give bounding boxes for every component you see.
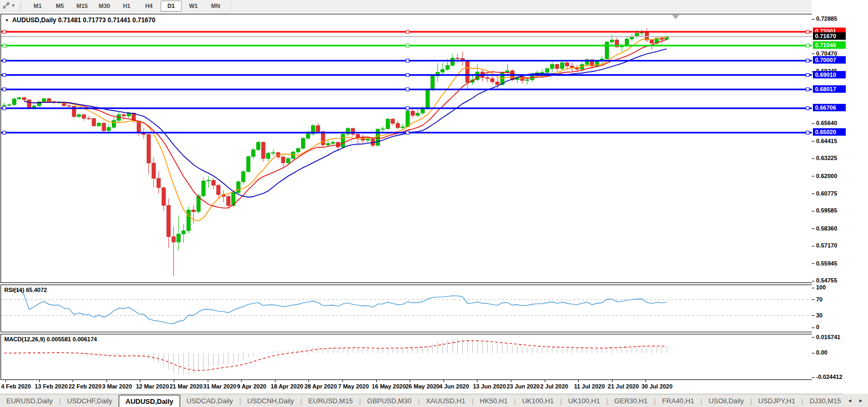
price-tick xyxy=(812,246,814,246)
line-handle[interactable] xyxy=(406,107,409,110)
tab-scroll-right-icon[interactable]: ► xyxy=(858,398,863,403)
chart-tab-eurusd-m15[interactable]: EURUSD,M15 xyxy=(302,394,359,407)
chart-tab-usdcnh-daily[interactable]: USDCNH,Daily xyxy=(241,394,300,407)
main-chart-panel: ▼ AUDUSD,Daily 0.71481 0.71773 0.71441 0… xyxy=(1,14,812,283)
line-handle[interactable] xyxy=(806,88,809,91)
timeframe-button-h4[interactable]: H4 xyxy=(138,1,160,12)
dropdown-caret-icon[interactable]: ▼ xyxy=(11,4,15,8)
timeframe-button-mn[interactable]: MN xyxy=(205,1,226,12)
chart-tab-gbpusd-m30[interactable]: GBPUSD,M30 xyxy=(361,394,418,407)
chart-tab-eurusd-daily[interactable]: EURUSD,Daily xyxy=(0,394,59,407)
line-handle[interactable] xyxy=(406,131,409,134)
chart-tab-usdcad-daily[interactable]: USDCAD,Daily xyxy=(180,394,239,407)
price-tick xyxy=(812,123,814,124)
chart-tab-usdchf-daily[interactable]: USDCHF,Daily xyxy=(61,394,119,407)
candle xyxy=(97,123,101,126)
macd-canvas[interactable] xyxy=(1,334,812,379)
line-handle[interactable] xyxy=(406,30,409,33)
candle xyxy=(92,119,96,126)
chart-tab-hk50-h1[interactable]: HK50,H1 xyxy=(473,394,514,407)
line-handle[interactable] xyxy=(3,74,6,77)
chart-tab-uk100-h1[interactable]: UK100,H1 xyxy=(516,394,560,407)
chart-tab-audusd-daily[interactable]: AUDUSD,Daily xyxy=(119,395,180,407)
price-tick-label: 0.59585 xyxy=(816,207,837,214)
candle xyxy=(236,182,240,192)
candle xyxy=(147,135,150,163)
line-handle[interactable] xyxy=(3,107,6,110)
candle xyxy=(227,197,231,206)
candle xyxy=(545,68,549,72)
timeframe-button-m30[interactable]: M30 xyxy=(94,1,115,12)
candle xyxy=(172,237,175,242)
line-handle[interactable] xyxy=(3,44,6,47)
timeframe-button-m1[interactable]: M1 xyxy=(27,1,48,12)
line-handle[interactable] xyxy=(806,59,809,62)
chart-tab-usoil-daily[interactable]: USOil,Daily xyxy=(702,394,750,407)
price-tick-label: 0.64415 xyxy=(816,138,837,144)
price-tick-label: 0.62000 xyxy=(816,173,837,179)
date-axis[interactable]: 4 Feb 202013 Feb 202022 Feb 20203 Mar 20… xyxy=(1,380,812,393)
line-handle[interactable] xyxy=(806,74,809,77)
line-handle[interactable] xyxy=(806,131,809,134)
line-handle[interactable] xyxy=(406,44,409,47)
candle xyxy=(67,105,71,106)
price-tick xyxy=(812,158,814,159)
chart-tab-xauusd-h1[interactable]: XAUUSD,H1 xyxy=(420,394,472,407)
line-handle[interactable] xyxy=(406,59,409,62)
line-handle[interactable] xyxy=(406,74,409,77)
chart-shift-marker-icon[interactable] xyxy=(672,15,679,19)
candle xyxy=(456,58,459,59)
candle xyxy=(326,144,330,145)
chart-tab-usdjpy-h1[interactable]: USDJPY,H1 xyxy=(752,394,802,407)
line-handle[interactable] xyxy=(3,59,6,62)
timeframe-button-m15[interactable]: M15 xyxy=(72,1,93,12)
line-handle[interactable] xyxy=(3,30,6,33)
price-tick-label: 0.58360 xyxy=(816,225,837,232)
chart-tool-button[interactable]: ▼ xyxy=(2,2,15,10)
line-handle[interactable] xyxy=(806,44,809,47)
chart-tab-ger30-h1[interactable]: GER30,H1 xyxy=(608,394,654,407)
date-tick-label: 4 Feb 2020 xyxy=(1,383,31,390)
main-chart-canvas[interactable] xyxy=(1,14,812,282)
candle xyxy=(376,129,380,146)
candle xyxy=(152,163,156,179)
rsi-tick-label: 30 xyxy=(816,312,822,318)
candle xyxy=(560,63,564,68)
collapse-triangle-icon[interactable]: ▼ xyxy=(5,18,9,23)
chart-tab-dj30-m15[interactable]: DJ30,M15 xyxy=(803,394,847,407)
chart-tab-uk100-h1[interactable]: UK100,H1 xyxy=(562,394,606,407)
price-tick-label: 0.55945 xyxy=(816,260,837,267)
candle xyxy=(526,79,529,81)
candle xyxy=(167,206,171,237)
timeframe-button-m5[interactable]: M5 xyxy=(49,1,70,12)
candle xyxy=(217,185,220,194)
rsi-tick xyxy=(812,315,814,316)
rsi-canvas[interactable] xyxy=(1,285,812,332)
rsi-panel: RSI(14) 65.4072 xyxy=(1,285,812,332)
tab-scroll-left-icon[interactable]: ◄ xyxy=(847,398,852,403)
timeframe-button-d1[interactable]: D1 xyxy=(161,1,182,12)
line-handle[interactable] xyxy=(406,88,409,91)
slow-ma-line xyxy=(24,49,667,197)
line-handle[interactable] xyxy=(806,107,809,110)
price-axis[interactable]: 0.728850.704700.692450.656400.644150.632… xyxy=(812,0,868,395)
candle xyxy=(421,109,424,113)
timeframe-button-h1[interactable]: H1 xyxy=(116,1,137,12)
toolbar-grip[interactable] xyxy=(20,2,23,10)
date-tick xyxy=(174,380,174,382)
line-handle[interactable] xyxy=(806,30,809,33)
rsi-label: RSI(14) 65.4072 xyxy=(4,287,47,293)
candle xyxy=(495,82,499,84)
price-level-tag: 0.66706 xyxy=(813,104,846,111)
chart-tab-fra40-h1[interactable]: FRA40,H1 xyxy=(656,394,701,407)
line-handle[interactable] xyxy=(3,131,6,134)
line-handle[interactable] xyxy=(3,88,6,91)
timeframe-button-w1[interactable]: W1 xyxy=(183,1,204,12)
candle xyxy=(211,180,215,185)
candle xyxy=(271,153,275,153)
candle xyxy=(82,114,86,118)
macd-tick xyxy=(812,337,814,338)
date-tick xyxy=(308,380,309,382)
fast-ma-line xyxy=(24,38,667,221)
candle xyxy=(207,180,210,181)
